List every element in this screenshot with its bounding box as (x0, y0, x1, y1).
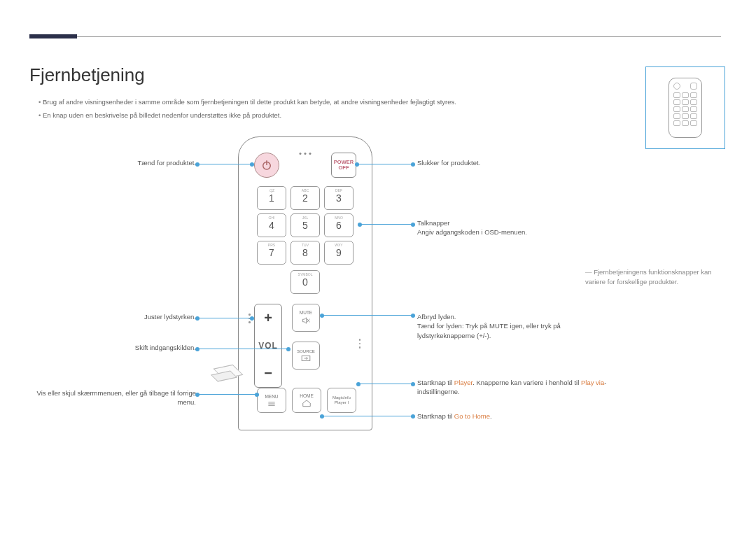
power-off-label2: OFF (339, 165, 349, 171)
key-9[interactable]: WXY9 (324, 241, 354, 265)
key-6[interactable]: MNO6 (324, 213, 354, 237)
grip-dots-icon (359, 339, 361, 349)
menu-button[interactable]: MENU (257, 388, 286, 413)
key-5[interactable]: JKL5 (290, 213, 320, 237)
mute-label: MUTE (300, 310, 312, 315)
key-3[interactable]: DEF3 (324, 186, 354, 210)
menu-icon (267, 400, 276, 407)
remote-diagram: POWER OFF .QZ1 ABC2 DEF3 GHI4 JKL5 MNO6 … (238, 136, 372, 430)
menu-label: MENU (265, 394, 278, 399)
power-icon (260, 159, 273, 171)
key-2[interactable]: ABC2 (290, 186, 320, 210)
callout-numpad: Talknapper Angiv adgangskoden i OSD-menu… (417, 218, 613, 237)
callout-mute: Afbryd lyden. Tænd for lyden: Tryk på MU… (417, 312, 613, 340)
leader-line (360, 224, 413, 225)
key-8[interactable]: TUV8 (290, 241, 320, 265)
leader-line (197, 394, 257, 395)
eraser-illustration (218, 363, 239, 383)
side-note: Fjernbetjeningens funktionsknapper kan v… (585, 267, 725, 288)
leader-line (197, 349, 288, 349)
source-button[interactable]: SOURCE (292, 342, 320, 370)
ir-dots (300, 153, 312, 155)
callout-player: Startknap til Player. Knapperne kan vari… (417, 378, 620, 397)
leader-line (358, 384, 413, 384)
number-pad: .QZ1 ABC2 DEF3 GHI4 JKL5 MNO6 PRS7 TUV8 … (257, 186, 354, 265)
source-icon (301, 355, 311, 362)
key-4[interactable]: GHI4 (257, 213, 286, 237)
remote-body: POWER OFF .QZ1 ABC2 DEF3 GHI4 JKL5 MNO6 … (238, 136, 372, 430)
remote-thumbnail (668, 78, 702, 138)
page-title: Fjernbetjening (29, 64, 145, 86)
callout-poweroff: Slukker for produktet. (417, 158, 599, 167)
callout-vol: Juster lydstyrken. (42, 312, 196, 321)
vol-minus-icon: − (264, 365, 272, 381)
callout-source: Skift indgangskilden. (42, 343, 196, 352)
leader-line (322, 416, 413, 416)
home-label: HOME (300, 393, 314, 398)
callout-home: Startknap til Go to Home. (417, 412, 599, 421)
key-1[interactable]: .QZ1 (257, 186, 286, 210)
power-off-button[interactable]: POWER OFF (331, 153, 356, 178)
magic-label1: MagicInfo (332, 395, 351, 400)
volume-rocker[interactable]: + VOL − (254, 304, 282, 388)
note-item: Brug af andre visningsenheder i samme om… (38, 97, 612, 107)
leader-line (357, 164, 413, 164)
leader-line (322, 315, 413, 316)
magicinfo-button[interactable]: MagicInfo Player I (327, 388, 356, 413)
key-0[interactable]: SYMBOL 0 (290, 270, 320, 294)
remote-thumbnail-box (645, 66, 725, 149)
power-on-button[interactable] (254, 153, 279, 178)
home-icon (302, 399, 312, 407)
intro-notes: Brug af andre visningsenheder i samme om… (38, 97, 612, 123)
header-accent (29, 34, 77, 38)
home-button[interactable]: HOME (292, 388, 321, 413)
mute-button[interactable]: MUTE (292, 304, 320, 332)
vol-plus-icon: + (264, 310, 272, 326)
key-7[interactable]: PRS7 (257, 241, 286, 265)
note-item: En knap uden en beskrivelse på billedet … (38, 110, 612, 120)
magic-label2: Player I (335, 400, 349, 405)
leader-line (197, 318, 252, 318)
callout-power: Tænd for produktet. (42, 158, 196, 167)
leader-line (197, 164, 252, 164)
mute-icon (301, 316, 311, 325)
callout-menu: Vis eller skjul skærmmenuen, eller gå ti… (28, 388, 196, 407)
source-label: SOURCE (297, 349, 315, 353)
header-rule (29, 36, 721, 37)
